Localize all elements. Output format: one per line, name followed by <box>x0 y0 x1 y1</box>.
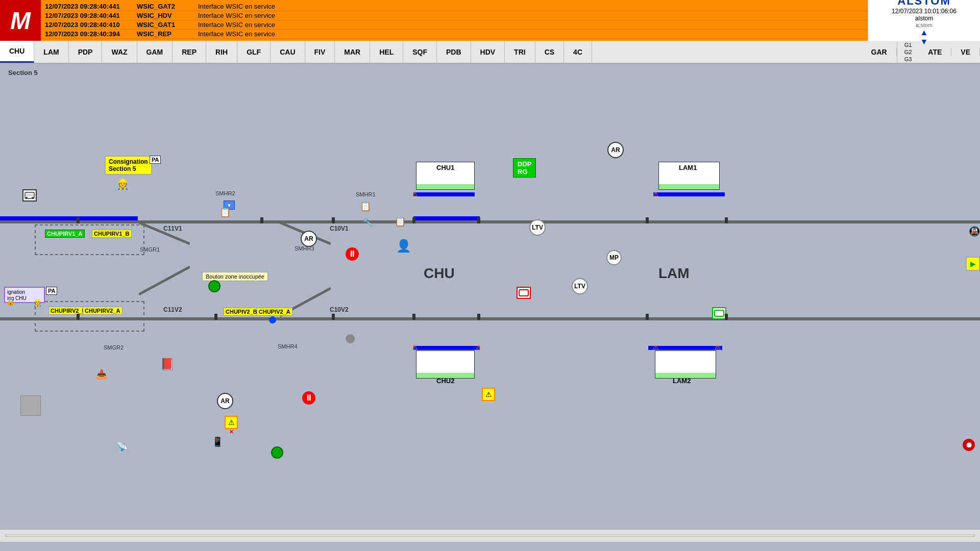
lock-icon: 🔒 <box>6 297 15 306</box>
tick-upper-1 <box>77 217 80 223</box>
alert-source-3: WSIC_GAT1 <box>137 21 198 29</box>
train-icon-far-right: 🚇 <box>969 226 980 237</box>
nav-hdv[interactable]: HDV <box>471 41 505 63</box>
tick-lower-4 <box>412 314 415 320</box>
tooltip-bouton-zone: Bouton zone inoccupée <box>202 272 268 281</box>
ar-circle-mid: AR <box>301 231 317 247</box>
alert-message-2: Interface WSIC en service <box>198 12 864 19</box>
nav-cs[interactable]: CS <box>535 41 564 63</box>
nav-pdb[interactable]: PDB <box>437 41 471 63</box>
nav-tri[interactable]: TRI <box>505 41 535 63</box>
switch-c11v1 <box>139 221 190 246</box>
nav-ve[interactable]: VE <box>951 48 980 56</box>
alstom-user: alstom <box>915 15 933 22</box>
nav-chu[interactable]: CHU <box>0 41 34 63</box>
navbar: CHU LAM PDP WAZ GAM REP RIH GLF CAU FIV … <box>0 41 980 64</box>
main-canvas: Section 5 ⚠ ⚠ ⚠ ⚠ ⚠ ⚠ CHU1 CHU2 LAM1 LAM… <box>0 64 980 551</box>
nav-ate[interactable]: ATE <box>919 48 951 56</box>
ar-circle-top: AR <box>607 142 624 158</box>
smhr3-icon: 📋 <box>395 216 406 227</box>
alert-source-1: WSIC_GAT2 <box>137 3 198 10</box>
smhr4-label: SMHR4 <box>278 343 298 349</box>
nav-pdp[interactable]: PDP <box>69 41 103 63</box>
nav-rep[interactable]: REP <box>173 41 206 63</box>
nav-sqf[interactable]: SQF <box>403 41 437 63</box>
warning-chu2-left: ⚠ <box>411 343 418 351</box>
tick-lower-2 <box>214 314 217 320</box>
alert-source-2: WSIC_HDV <box>137 12 198 19</box>
nav-mar[interactable]: MAR <box>335 41 370 63</box>
tick-upper-3 <box>332 217 335 223</box>
consignation-label: Consignation <box>109 158 148 165</box>
metro-logo: M <box>10 7 31 35</box>
nav-gam[interactable]: GAM <box>137 41 173 63</box>
nav-gar[interactable]: GAR <box>862 48 897 56</box>
device-icon-bottom: 📱 <box>212 436 223 447</box>
nav-arrow-up[interactable]: ▲ <box>920 28 928 37</box>
stop-icon-mid: ⏸ <box>346 247 359 261</box>
green-zone-button[interactable] <box>208 280 220 292</box>
logo-area: M <box>0 0 41 41</box>
smhr1-tool-icon: 🔧 <box>362 217 374 228</box>
status-bar-content <box>5 535 975 537</box>
gray-circle-smhr <box>346 334 355 343</box>
svg-rect-8 <box>519 290 528 296</box>
blue-track-lam1 <box>653 192 725 196</box>
nav-g1[interactable]: G1 <box>902 41 914 48</box>
ltv-circle-lower: LTV <box>572 278 588 294</box>
train-icon-red <box>517 287 531 299</box>
chupiv2b-label: CHUPIV2_B <box>224 308 259 316</box>
nav-sub: G1 G2 G3 <box>897 41 919 63</box>
nav-cau[interactable]: CAU <box>271 41 305 63</box>
orange-person-icon: 👤 <box>396 239 411 253</box>
alert-message-1: Interface WSIC en service <box>198 3 864 10</box>
lam-big-label: LAM <box>658 265 690 282</box>
blue-track-upper-mid <box>413 216 480 220</box>
warning-lam2-right: ⚠ <box>715 343 721 351</box>
dashed-rect-upper <box>35 224 144 255</box>
alert-message-3: Interface WSIC en service <box>198 21 864 29</box>
ignation-pa[interactable]: PA <box>46 287 57 295</box>
tick-upper-7 <box>725 217 728 223</box>
c10v1-label: C10V1 <box>330 225 349 232</box>
nav-lam[interactable]: LAM <box>34 41 68 63</box>
consignation-pa[interactable]: PA <box>150 156 161 164</box>
alstom-date: 12/07/2023 10:01:06:06 <box>892 8 957 15</box>
nav-g3[interactable]: G3 <box>902 56 914 63</box>
warning-x-box: ⚠ ✕ <box>225 416 238 435</box>
tick-lower-3 <box>332 314 335 320</box>
nav-hel[interactable]: HEL <box>370 41 403 63</box>
green-circle-bottom[interactable] <box>271 446 283 459</box>
alert-time-4: 12/07/2023 09:28:40:394 <box>45 30 137 38</box>
blue-track-upper-left <box>0 216 138 220</box>
ltv-circle-top: LTV <box>529 219 546 236</box>
alstom-role: a:stom <box>916 22 933 28</box>
status-bar <box>0 529 980 542</box>
nav-waz[interactable]: WAZ <box>102 41 137 63</box>
dashed-rect-lower <box>35 301 144 332</box>
nav-glf[interactable]: GLF <box>237 41 271 63</box>
switch-c11v2 <box>139 265 190 296</box>
svg-rect-3 <box>26 193 33 196</box>
download-doc-icon: 📥 <box>96 369 107 380</box>
chu-big-label: CHU <box>424 265 455 282</box>
ddp-rg-button[interactable]: DDP RG <box>513 158 536 178</box>
smhr1-icon: 📋 <box>360 201 371 212</box>
warning-chu2-right: ⚠ <box>476 343 482 351</box>
svg-point-2 <box>32 197 34 199</box>
nav-rih[interactable]: RIH <box>206 41 237 63</box>
nav-fiv[interactable]: FIV <box>305 41 335 63</box>
blue-track-lower-lam2 <box>648 346 722 350</box>
train-icon-green-lower <box>712 307 726 319</box>
play-button[interactable]: ▶ <box>966 257 980 271</box>
wifi-icon: 📡 <box>116 441 128 453</box>
nav-g2[interactable]: G2 <box>902 48 914 56</box>
lam1-label: LAM1 <box>679 164 697 171</box>
chupiv2a-label: CHUPIV2_A <box>257 308 292 316</box>
worker-icon: 👷 <box>116 178 129 190</box>
alert-row-4: 12/07/2023 09:28:40:394 WSIC_REP Interfa… <box>41 30 868 39</box>
nav-4c[interactable]: 4C <box>564 41 592 63</box>
tick-upper-2 <box>260 217 263 223</box>
alert-row-1: 12/07/2023 09:28:40:441 WSIC_GAT2 Interf… <box>41 2 868 11</box>
alert-message-4: Interface WSIC en service <box>198 30 864 38</box>
